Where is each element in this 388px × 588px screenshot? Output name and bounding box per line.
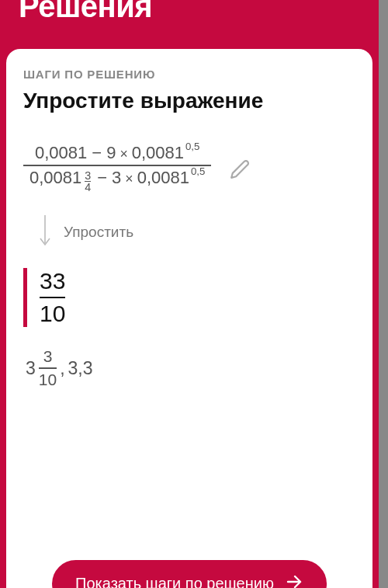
term: 0,0081 [29,169,81,186]
term: 0,0081 [35,144,87,162]
scrollbar[interactable] [379,0,388,588]
exponent-fraction: 3 4 [85,170,91,193]
numerator: 0,0081 − 9 × 0,0081 0,5 [29,141,206,165]
mul-op: × [120,148,127,162]
app-container: Решения ШАГИ ПО РЕШЕНИЮ Упростите выраже… [0,0,379,588]
input-expression[interactable]: 0,0081 − 9 × 0,0081 0,5 0,0081 3 4 [23,141,211,200]
mixed-fraction: 3 10 [39,347,57,389]
term: 3 [112,169,121,186]
expression-row: 0,0081 − 9 × 0,0081 0,5 0,0081 3 4 [23,141,355,200]
minus-op: − [92,144,102,162]
denominator: 0,0081 3 4 − 3 × 0,0081 0,5 [23,166,211,200]
mixed-num: 3 [43,347,53,366]
show-steps-button[interactable]: Показать шаги по решению [52,560,327,588]
step-indicator: Упростить [37,214,355,251]
exponent: 0,5 [191,166,205,176]
pencil-icon[interactable] [230,159,250,183]
page-title: Решения [0,0,379,38]
term: 0,0081 [137,169,189,186]
steps-label: ШАГИ ПО РЕШЕНИЮ [23,68,355,81]
step-label: Упростить [64,224,133,241]
arrow-right-icon [285,572,303,588]
exp-den: 4 [85,182,91,193]
decimal-form: 3,3 [68,358,93,379]
card-title: Упростите выражение [23,89,355,113]
separator: , [60,358,64,379]
result: 33 10 [23,268,355,327]
mixed-bar [39,367,57,369]
solution-card: ШАГИ ПО РЕШЕНИЮ Упростите выражение 0,00… [6,49,372,588]
result-num: 33 [40,268,65,294]
mixed-number: 3 3 10 [26,347,57,389]
mul-op: × [125,172,133,186]
cta-label: Показать шаги по решению [75,575,274,588]
exp-num: 3 [85,170,91,181]
term: 0,0081 [132,144,184,162]
minus-op: − [97,169,107,186]
arrow-down-icon [37,214,53,251]
result-fraction: 33 10 [40,268,65,327]
mixed-int: 3 [26,358,36,379]
mixed-den: 10 [39,371,57,389]
main-fraction: 0,0081 − 9 × 0,0081 0,5 0,0081 3 4 [23,141,211,200]
result-bar [40,297,65,298]
term: 9 [106,144,116,162]
alternate-forms: 3 3 10 , 3,3 [26,347,355,389]
exponent: 0,5 [185,141,199,151]
result-den: 10 [40,301,65,327]
